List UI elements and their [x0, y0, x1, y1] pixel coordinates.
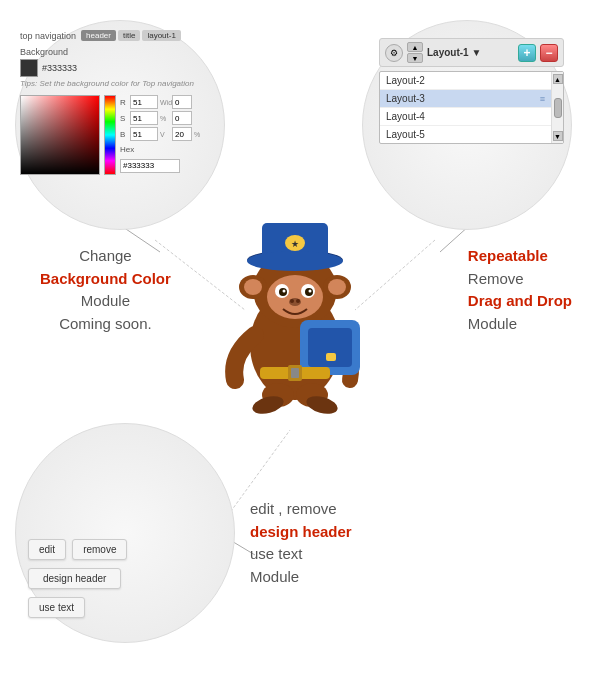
- desc-tl-line2: Background Color: [40, 268, 171, 291]
- nav-tabs-row: top navigation header title layout-1: [20, 30, 215, 41]
- background-section: Background #333333 Tips: Set the backgro…: [20, 47, 215, 89]
- edit-panel: edit remove design header use text: [28, 539, 208, 618]
- color-gradient-inner: [21, 96, 99, 174]
- edit-button-row-1: edit remove: [28, 539, 208, 560]
- hex-row: Hex: [120, 145, 204, 173]
- hex-input[interactable]: [120, 159, 180, 173]
- red-input-row: R Wid.: [120, 95, 204, 109]
- bg-color-swatch[interactable]: [20, 59, 38, 77]
- svg-point-23: [309, 290, 312, 293]
- r-input[interactable]: [130, 95, 158, 109]
- remove-button[interactable]: remove: [72, 539, 127, 560]
- edit-button-row-2: design header: [28, 568, 208, 589]
- layout-item-1[interactable]: Layout-3 ≡: [380, 90, 551, 108]
- layout-item-1-label: Layout-3: [386, 93, 425, 104]
- svg-point-25: [290, 299, 294, 303]
- desc-b-line2: design header: [250, 521, 352, 544]
- layout-item-3[interactable]: Layout-5: [380, 126, 551, 143]
- g-extra-input[interactable]: [172, 111, 192, 125]
- bg-tip-text: Tips: Set the background color for Top n…: [20, 79, 215, 89]
- edit-button-row-3: use text: [28, 597, 208, 618]
- color-gradient-dark: [21, 96, 99, 174]
- layout-item-3-label: Layout-5: [386, 129, 425, 140]
- color-picker-panel: top navigation header title layout-1 Bac…: [20, 30, 215, 175]
- layout-list-items: Layout-2 Layout-3 ≡ Layout-4 Layout-5: [380, 72, 551, 143]
- g-label: S: [120, 114, 128, 123]
- layout-toolbar: ⚙ ▲ ▼ Layout-1 ▼ + −: [379, 38, 564, 67]
- blue-input-row: B V %: [120, 127, 204, 141]
- nav-tab-title[interactable]: title: [118, 30, 140, 41]
- layout-scrollbar[interactable]: ▲ ▼: [551, 72, 563, 143]
- color-gradient-picker[interactable]: [20, 95, 100, 175]
- layout-remove-button[interactable]: −: [540, 44, 558, 62]
- svg-rect-32: [291, 368, 299, 378]
- monkey-svg: ★: [200, 205, 390, 415]
- layout-select-label[interactable]: Layout-1 ▼: [427, 47, 514, 58]
- desc-tl-line4: Coming soon.: [40, 313, 171, 336]
- nav-tab-header[interactable]: header: [81, 30, 116, 41]
- desc-top-left: Change Background Color Module Coming so…: [40, 245, 171, 335]
- arrow-down-btn[interactable]: ▼: [407, 53, 423, 63]
- r-label: R: [120, 98, 128, 107]
- layout-item-0[interactable]: Layout-2: [380, 72, 551, 90]
- svg-point-10: [244, 279, 262, 295]
- nav-tab-layout[interactable]: layout-1: [142, 30, 180, 41]
- bg-hex-display: #333333: [42, 63, 77, 73]
- r-extra-input[interactable]: [172, 95, 192, 109]
- color-inputs: R Wid. S % B V % Hex: [120, 95, 204, 173]
- desc-b-line1: edit , remove: [250, 498, 352, 521]
- layout-add-button[interactable]: +: [518, 44, 536, 62]
- svg-rect-29: [326, 353, 336, 361]
- green-input-row: S %: [120, 111, 204, 125]
- background-label: Background: [20, 47, 215, 57]
- desc-bottom: edit , remove design header use text Mod…: [250, 498, 352, 588]
- desc-tl-line3: Module: [40, 290, 171, 313]
- color-picker-area: R Wid. S % B V % Hex: [20, 95, 215, 175]
- r-unit: Wid.: [160, 99, 170, 106]
- b-input[interactable]: [130, 127, 158, 141]
- layout-item-1-icon: ≡: [540, 94, 545, 104]
- svg-point-12: [328, 279, 346, 295]
- monkey-mascot: ★: [195, 200, 395, 420]
- desc-tr-line2: Remove: [468, 268, 572, 291]
- b-extra-input[interactable]: [172, 127, 192, 141]
- svg-point-17: [247, 251, 343, 271]
- desc-tr-line4: Module: [468, 313, 572, 336]
- color-hue-strip[interactable]: [104, 95, 116, 175]
- nav-label: top navigation: [20, 31, 76, 41]
- scrollbar-up[interactable]: ▲: [553, 74, 563, 84]
- scrollbar-thumb[interactable]: [554, 98, 562, 118]
- layout-list-wrapper: Layout-2 Layout-3 ≡ Layout-4 Layout-5 ▲ …: [379, 71, 564, 144]
- b-unit: V: [160, 131, 170, 138]
- desc-b-line3: use text: [250, 543, 352, 566]
- edit-button[interactable]: edit: [28, 539, 66, 560]
- svg-rect-28: [308, 328, 352, 367]
- layout-item-2[interactable]: Layout-4: [380, 108, 551, 126]
- arrow-up-btn[interactable]: ▲: [407, 42, 423, 52]
- desc-tr-line1: Repeatable: [468, 245, 572, 268]
- layout-item-2-label: Layout-4: [386, 111, 425, 122]
- svg-point-22: [283, 290, 286, 293]
- desc-top-right: Repeatable Remove Drag and Drop Module: [468, 245, 572, 335]
- scrollbar-down[interactable]: ▼: [553, 131, 563, 141]
- b-unit2: %: [194, 131, 204, 138]
- g-unit: %: [160, 115, 170, 122]
- b-label: B: [120, 130, 128, 139]
- layout-panel: ⚙ ▲ ▼ Layout-1 ▼ + − Layout-2 Layout-3 ≡…: [379, 38, 564, 144]
- g-input[interactable]: [130, 111, 158, 125]
- desc-tl-line1: Change: [40, 245, 171, 268]
- arrow-buttons: ▲ ▼: [407, 42, 423, 63]
- svg-point-26: [296, 299, 300, 303]
- svg-text:★: ★: [291, 239, 299, 249]
- use-text-button[interactable]: use text: [28, 597, 85, 618]
- layout-item-0-label: Layout-2: [386, 75, 425, 86]
- settings-icon[interactable]: ⚙: [385, 44, 403, 62]
- desc-tr-line3: Drag and Drop: [468, 290, 572, 313]
- hex-label: Hex: [120, 145, 204, 154]
- desc-b-line4: Module: [250, 566, 352, 589]
- design-header-button[interactable]: design header: [28, 568, 121, 589]
- svg-point-8: [267, 275, 323, 319]
